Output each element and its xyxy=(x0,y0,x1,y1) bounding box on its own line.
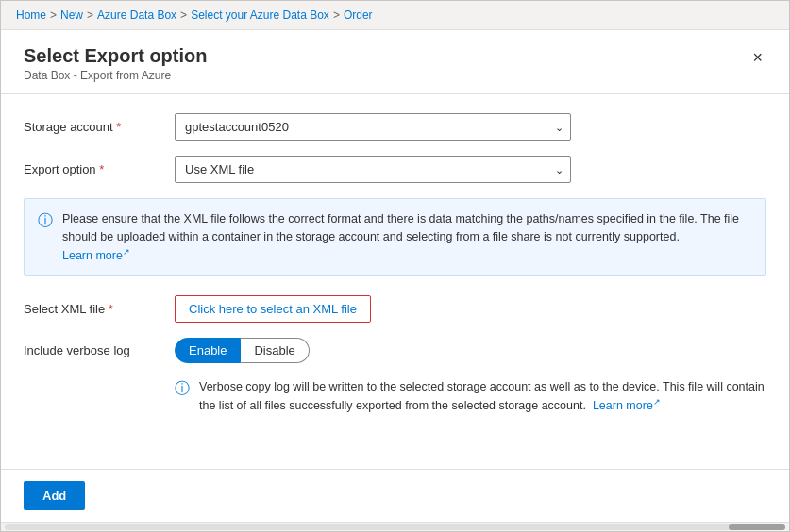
add-button[interactable]: Add xyxy=(24,481,85,510)
xml-file-control: Click here to select an XML file xyxy=(175,295,571,323)
toggle-group: Enable Disable xyxy=(175,338,571,363)
main-window: Home > New > Azure Data Box > Select you… xyxy=(0,0,790,532)
panel-header: Select Export option Data Box - Export f… xyxy=(1,30,789,82)
close-button[interactable]: × xyxy=(748,45,766,70)
scrollbar-thumb[interactable] xyxy=(729,524,785,530)
info-learn-more-link[interactable]: Learn more↗ xyxy=(62,249,130,262)
panel-footer: Add xyxy=(1,469,789,522)
verbose-learn-more-link[interactable]: Learn more↗ xyxy=(589,399,660,412)
breadcrumb-new[interactable]: New xyxy=(60,8,83,22)
breadcrumb-azure-data-box[interactable]: Azure Data Box xyxy=(97,8,176,22)
storage-account-row: Storage account * gptestaccount0520 ⌄ xyxy=(24,113,766,141)
xml-file-label: Select XML file * xyxy=(24,302,175,316)
info-circle-icon: ⓘ xyxy=(38,211,53,231)
storage-account-select[interactable]: gptestaccount0520 xyxy=(175,113,571,141)
export-option-required: * xyxy=(99,162,104,176)
breadcrumb-sep-4: > xyxy=(333,8,340,22)
breadcrumb: Home > New > Azure Data Box > Select you… xyxy=(1,1,789,30)
disable-toggle-button[interactable]: Disable xyxy=(241,338,309,363)
scrollbar-area xyxy=(1,522,789,531)
verbose-info-text: Verbose copy log will be written to the … xyxy=(199,378,766,415)
panel-subtitle: Data Box - Export from Azure xyxy=(24,69,207,82)
export-option-control: Use XML file Export all ⌄ xyxy=(175,156,571,183)
xml-file-required: * xyxy=(109,302,113,316)
breadcrumb-select-your-azure[interactable]: Select your Azure Data Box xyxy=(191,8,329,22)
verbose-info-icon: ⓘ xyxy=(175,379,190,399)
export-option-row: Export option * Use XML file Export all … xyxy=(24,156,766,183)
xml-file-row: Select XML file * Click here to select a… xyxy=(24,295,766,323)
storage-account-required: * xyxy=(116,120,121,134)
export-option-select[interactable]: Use XML file Export all xyxy=(175,156,571,183)
xml-select-button[interactable]: Click here to select an XML file xyxy=(175,295,371,323)
storage-account-label: Storage account * xyxy=(24,120,175,134)
storage-account-control: gptestaccount0520 ⌄ xyxy=(175,113,571,141)
form-area: Storage account * gptestaccount0520 ⌄ Ex… xyxy=(1,94,789,469)
info-box: ⓘ Please ensure that the XML file follow… xyxy=(24,198,766,276)
breadcrumb-sep-3: > xyxy=(180,8,187,22)
verbose-log-label: Include verbose log xyxy=(24,343,175,357)
verbose-info-box: ⓘ Verbose copy log will be written to th… xyxy=(175,378,766,415)
verbose-log-toggle: Enable Disable xyxy=(175,338,571,363)
panel-title: Select Export option xyxy=(24,45,207,67)
panel-title-group: Select Export option Data Box - Export f… xyxy=(24,45,207,82)
breadcrumb-home[interactable]: Home xyxy=(16,8,46,22)
enable-toggle-button[interactable]: Enable xyxy=(175,338,241,363)
breadcrumb-sep-1: > xyxy=(50,8,57,22)
scrollbar-track xyxy=(5,524,785,530)
breadcrumb-order[interactable]: Order xyxy=(344,8,373,22)
export-option-label: Export option * xyxy=(24,162,175,176)
info-box-text: Please ensure that the XML file follows … xyxy=(62,210,752,264)
breadcrumb-sep-2: > xyxy=(87,8,93,22)
verbose-log-row: Include verbose log Enable Disable xyxy=(24,338,766,363)
